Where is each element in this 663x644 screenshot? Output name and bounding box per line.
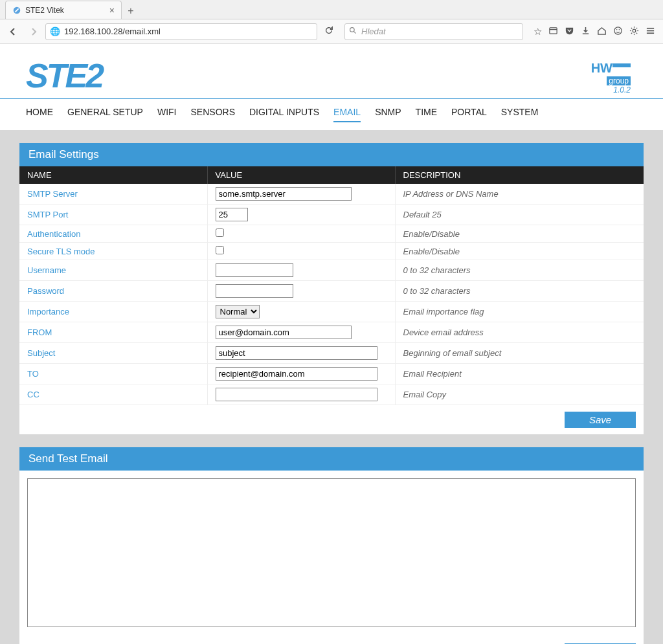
firmware-version: 1.0.2 — [613, 85, 631, 94]
col-header-value: VALUE — [207, 166, 395, 184]
desc-cc: Email Copy — [395, 384, 644, 405]
save-button[interactable]: Save — [565, 412, 636, 428]
browser-tab-bar: STE2 Vitek × + — [0, 0, 663, 19]
label-to: TO — [19, 364, 207, 384]
label-cc: CC — [19, 384, 207, 405]
hw-logo-hw: HW — [591, 61, 612, 75]
row-cc: CC Email Copy — [19, 384, 644, 405]
tab-close-button[interactable]: × — [109, 5, 115, 16]
nav-system[interactable]: SYSTEM — [501, 107, 539, 122]
label-subject: Subject — [19, 343, 207, 364]
nav-wifi[interactable]: WIFI — [157, 107, 177, 122]
search-icon — [349, 27, 357, 37]
email-settings-title: Email Settings — [19, 143, 644, 166]
home-icon[interactable] — [597, 26, 607, 38]
nav-email[interactable]: EMAIL — [333, 107, 361, 122]
select-importance[interactable]: Normal — [216, 305, 260, 318]
svg-line-14 — [636, 32, 637, 33]
desc-username: 0 to 32 characters — [395, 260, 644, 281]
browser-tab[interactable]: STE2 Vitek × — [5, 1, 122, 19]
search-bar[interactable]: Hledat — [344, 23, 523, 40]
desc-subject: Beginning of email subject — [395, 343, 644, 364]
label-authentication: Authentication — [19, 225, 207, 243]
col-header-name: NAME — [19, 166, 207, 184]
desc-authentication: Enable/Disable — [395, 225, 644, 243]
tab-title: STE2 Vitek — [25, 6, 106, 15]
forward-button[interactable] — [25, 23, 43, 41]
input-username[interactable] — [216, 263, 293, 277]
nav-general-setup[interactable]: GENERAL SETUP — [67, 107, 143, 122]
svg-line-16 — [636, 27, 637, 28]
nav-portal[interactable]: PORTAL — [451, 107, 487, 122]
hw-logo-bar-icon — [612, 63, 631, 67]
send-test-email-title: Send Test Email — [19, 447, 644, 471]
search-placeholder: Hledat — [361, 27, 386, 36]
svg-line-13 — [631, 27, 632, 28]
test-email-textarea[interactable] — [27, 478, 636, 627]
svg-point-1 — [350, 27, 355, 32]
row-smtp-port: SMTP Port Default 25 — [19, 205, 644, 225]
row-importance: Importance Normal Email importance flag — [19, 302, 644, 322]
hw-logo-group: group — [607, 76, 631, 85]
reload-button[interactable] — [320, 26, 338, 37]
checkbox-authentication[interactable] — [216, 228, 224, 237]
row-to: TO Email Recipient — [19, 364, 644, 384]
desc-secure-tls: Enable/Disable — [395, 243, 644, 260]
desc-from: Device email address — [395, 322, 644, 343]
row-subject: Subject Beginning of email subject — [19, 343, 644, 364]
row-password: Password 0 to 32 characters — [19, 281, 644, 302]
col-header-description: DESCRIPTION — [395, 166, 644, 184]
label-importance: Importance — [19, 302, 207, 322]
content-area: Email Settings NAME VALUE DESCRIPTION SM… — [0, 130, 663, 644]
smiley-icon[interactable] — [613, 26, 623, 38]
input-from[interactable] — [216, 326, 352, 339]
nav-snmp[interactable]: SNMP — [375, 107, 401, 122]
svg-point-7 — [619, 28, 620, 30]
page-header: STE2 HW group 1.0.2 HOME GENERAL SETUP W… — [0, 44, 663, 130]
label-from: FROM — [19, 322, 207, 343]
download-icon[interactable] — [581, 26, 590, 38]
tab-favicon-icon — [12, 6, 21, 15]
nav-digital-inputs[interactable]: DIGITAL INPUTS — [249, 107, 319, 122]
row-authentication: Authentication Enable/Disable — [19, 225, 644, 243]
library-icon[interactable] — [548, 26, 558, 38]
pocket-icon[interactable] — [565, 26, 574, 38]
menu-icon[interactable] — [646, 26, 655, 38]
input-subject[interactable] — [216, 346, 377, 360]
svg-line-15 — [631, 32, 632, 33]
email-settings-table: NAME VALUE DESCRIPTION SMTP Server IP Ad… — [19, 166, 644, 405]
back-button[interactable] — [4, 23, 22, 41]
label-password: Password — [19, 281, 207, 302]
url-bar[interactable]: 🌐 192.168.100.28/email.xml — [45, 23, 317, 40]
nav-time[interactable]: TIME — [416, 107, 437, 122]
checkbox-secure-tls[interactable] — [216, 246, 224, 254]
svg-point-5 — [614, 27, 622, 34]
url-text: 192.168.100.28/email.xml — [64, 27, 313, 36]
input-smtp-port[interactable] — [216, 208, 248, 221]
ste2-logo: STE2 — [26, 56, 102, 95]
desc-smtp-server: IP Address or DNS Name — [395, 184, 644, 205]
page-body: STE2 HW group 1.0.2 HOME GENERAL SETUP W… — [0, 44, 663, 644]
main-nav: HOME GENERAL SETUP WIFI SENSORS DIGITAL … — [0, 99, 663, 130]
gear-icon[interactable] — [629, 26, 639, 38]
globe-icon: 🌐 — [50, 27, 60, 36]
input-to[interactable] — [216, 367, 377, 381]
input-cc[interactable] — [216, 388, 377, 401]
nav-home[interactable]: HOME — [26, 107, 53, 122]
label-username: Username — [19, 260, 207, 281]
browser-nav-toolbar: 🌐 192.168.100.28/email.xml Hledat ☆ — [0, 19, 663, 44]
input-smtp-server[interactable] — [216, 187, 352, 201]
label-secure-tls: Secure TLS mode — [19, 243, 207, 260]
nav-sensors[interactable]: SENSORS — [191, 107, 235, 122]
desc-importance: Email importance flag — [395, 302, 644, 322]
toolbar-icons: ☆ — [530, 26, 659, 38]
input-password[interactable] — [216, 284, 293, 298]
svg-rect-3 — [550, 27, 557, 33]
bookmark-icon[interactable]: ☆ — [534, 26, 542, 38]
desc-smtp-port: Default 25 — [395, 205, 644, 225]
desc-password: 0 to 32 characters — [395, 281, 644, 302]
hw-group-logo: HW group — [591, 61, 631, 85]
new-tab-button[interactable]: + — [122, 3, 140, 19]
desc-to: Email Recipient — [395, 364, 644, 384]
email-settings-panel: Email Settings NAME VALUE DESCRIPTION SM… — [19, 143, 644, 434]
